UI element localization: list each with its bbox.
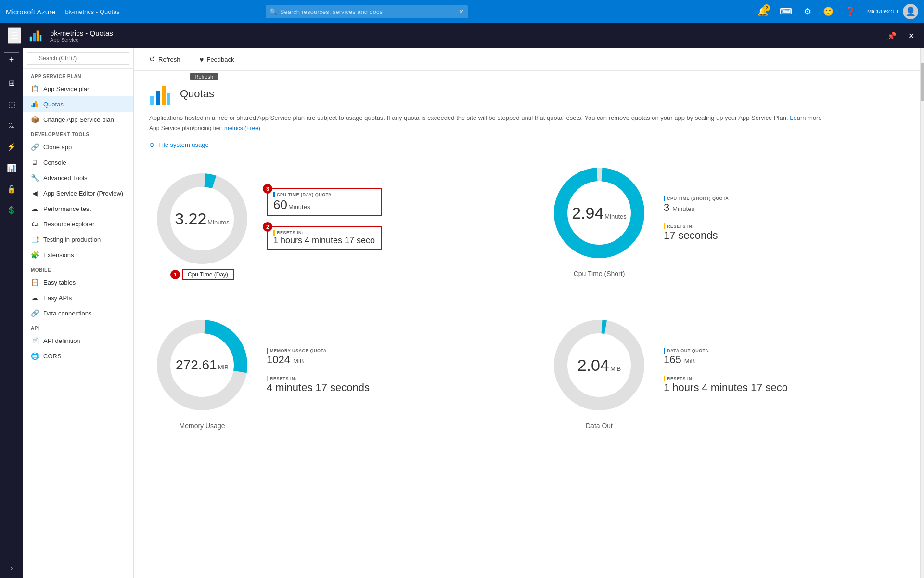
gauge-memory: 272.61 MiB Memory Usage MEMORY	[149, 312, 508, 430]
sidebar-item-easy-tables[interactable]: 📋 Easy tables	[23, 275, 133, 290]
sidebar-item-easy-apis[interactable]: ☁ Easy APIs	[23, 290, 133, 305]
sidebar-section-app-service-plan: APP SERVICE PLAN	[23, 69, 133, 81]
topbar-search-input[interactable]	[266, 5, 468, 18]
svg-rect-1	[33, 33, 36, 42]
sidebar-item-api-definition[interactable]: 📄 API definition	[23, 333, 133, 348]
data-out-name: Data Out	[586, 422, 613, 430]
data-out-info: DATA OUT QUOTA 165 MiB RESETS IN: 1 hour…	[664, 348, 788, 394]
plan-link[interactable]: metrics (Free)	[224, 125, 260, 131]
page-description: Applications hosted in a free or shared …	[149, 113, 905, 123]
cloud-shell-button[interactable]: ⌨	[776, 4, 796, 19]
feedback-icon: ♥	[200, 55, 204, 64]
topbar: Microsoft Azure bk-metrics - Quotas 🔍 ✕ …	[0, 0, 924, 23]
api-definition-icon: 📄	[31, 337, 38, 344]
refresh-button[interactable]: ↺ Refresh	[143, 52, 186, 66]
gauge-cpu-day: 1 Cpu Time (Day) 3.22 Minutes	[149, 160, 508, 277]
extensions-icon: 🧩	[31, 251, 38, 259]
nav-icon-expand[interactable]: ›	[2, 559, 21, 578]
hamburger-button[interactable]: ☰	[8, 27, 21, 44]
gauge-data-out: 2.04 MiB Data Out DATA OUT QUOT	[546, 312, 905, 430]
cpu-day-unit: Minutes	[207, 218, 230, 225]
quota-blue-bar	[273, 192, 275, 197]
data-out-value: 2.04	[578, 355, 609, 374]
page-plan-info: App Service plan/pricing tier: metrics (…	[149, 125, 905, 131]
svg-rect-8	[150, 96, 154, 105]
change-plan-icon: 📦	[31, 116, 38, 123]
svg-rect-9	[156, 91, 160, 105]
sidebar-item-quotas[interactable]: Quotas	[23, 96, 133, 112]
sidebar-item-app-service-editor[interactable]: ◀ App Service Editor (Preview)	[23, 185, 133, 201]
feedback-button[interactable]: 🙂	[819, 4, 837, 19]
content-inner: Quotas Applications hosted in a free or …	[134, 71, 920, 578]
topbar-search-clear-icon[interactable]: ✕	[459, 8, 464, 15]
gauge-cpu-short: 2.94 Minutes Cpu Time (Short) C	[546, 160, 905, 277]
svg-rect-11	[167, 93, 170, 105]
sidebar-section-mobile: MOBILE	[23, 263, 133, 275]
cpu-short-name: Cpu Time (Short)	[574, 270, 625, 277]
svg-rect-2	[37, 31, 39, 42]
cpu-short-resets-row: RESETS IN: 17 seconds	[664, 223, 729, 242]
sidebar-item-performance-test[interactable]: ☁ Performance test	[23, 201, 133, 216]
nav-icon-all-resources[interactable]: ⬚	[2, 94, 21, 114]
app-title-wrap: bk-metrics - Quotas App Service	[50, 29, 113, 43]
sidebar-search-input[interactable]	[27, 52, 129, 65]
svg-rect-6	[35, 101, 37, 107]
sidebar-search-wrap: 🔍	[23, 48, 133, 69]
new-resource-button[interactable]: +	[4, 52, 19, 67]
sidebar-item-change-plan[interactable]: 📦 Change App Service plan	[23, 112, 133, 127]
data-out-quota-row: DATA OUT QUOTA 165 MiB	[664, 348, 788, 366]
scrollbar-thumb[interactable]	[921, 63, 924, 101]
sidebar-item-resource-explorer[interactable]: 🗂 Resource explorer	[23, 216, 133, 232]
scrollbar[interactable]	[920, 48, 924, 578]
close-icon[interactable]: ✕	[906, 29, 916, 42]
sidebar-item-app-service-plan[interactable]: 📋 App Service plan	[23, 81, 133, 96]
sidebar: 🔍 APP SERVICE PLAN 📋 App Service plan Qu…	[23, 48, 134, 578]
refresh-icon: ↺	[149, 55, 155, 64]
clone-app-icon: 🔗	[31, 143, 38, 151]
data-out-unit: MiB	[610, 365, 621, 372]
advanced-tools-icon: 🔧	[31, 174, 38, 182]
pin-icon[interactable]: 📌	[885, 29, 898, 42]
nav-icon-cost[interactable]: 💲	[2, 200, 21, 220]
main-layout: + ⊞ ⬚ 🗂 ⚡ 📊 🔒 💲 › 🔍 APP SERVICE PLAN 📋 A…	[0, 48, 924, 578]
sidebar-item-cors[interactable]: 🌐 CORS	[23, 348, 133, 364]
cpu-day-value: 3.22	[175, 209, 206, 228]
sidebar-item-advanced-tools[interactable]: 🔧 Advanced Tools	[23, 170, 133, 185]
cpu-day-badge-1: 1	[170, 270, 180, 279]
resets-yellow-bar	[273, 230, 275, 236]
data-out-center: 2.04 MiB	[578, 355, 621, 374]
sidebar-section-api: API	[23, 321, 133, 333]
notifications-button[interactable]: 🔔 2	[754, 4, 772, 19]
nav-icon-security[interactable]: 🔒	[2, 179, 21, 198]
sidebar-section-dev-tools: DEVELOPMENT TOOLS	[23, 127, 133, 139]
sidebar-item-clone-app[interactable]: 🔗 Clone app	[23, 139, 133, 155]
sidebar-item-data-connections[interactable]: 🔗 Data connections	[23, 305, 133, 321]
topbar-resource-title: bk-metrics - Quotas	[65, 8, 119, 15]
nav-icon-marketplace[interactable]: ⚡	[2, 137, 21, 156]
feedback-button-toolbar[interactable]: ♥ Feedback	[194, 53, 240, 66]
cpu-day-center: 3.22 Minutes	[175, 209, 230, 228]
settings-button[interactable]: ⚙	[800, 4, 815, 19]
sidebar-item-testing-production[interactable]: 📑 Testing in production	[23, 232, 133, 247]
app-subtitle: App Service	[50, 37, 113, 43]
learn-more-link[interactable]: Learn more	[790, 114, 821, 121]
sidebar-item-console[interactable]: 🖥 Console	[23, 155, 133, 170]
file-system-link[interactable]: ⊙ File system usage	[149, 141, 905, 148]
nav-icon-dashboard[interactable]: ⊞	[2, 73, 21, 92]
nav-icon-monitor[interactable]: 📊	[2, 158, 21, 177]
user-avatar[interactable]: 👤	[903, 4, 918, 19]
cpu-short-center: 2.94 Minutes	[572, 203, 627, 222]
memory-name: Memory Usage	[180, 422, 225, 430]
sidebar-item-extensions[interactable]: 🧩 Extensions	[23, 247, 133, 263]
secondbar: ☰ bk-metrics - Quotas App Service 📌 ✕	[0, 23, 924, 48]
cors-icon: 🌐	[31, 352, 38, 360]
cpu-day-info: 3 CPU TIME (DAY) QUOTA 60Minutes 2	[267, 188, 382, 250]
help-button[interactable]: ❓	[841, 4, 860, 19]
notification-badge: 2	[763, 4, 770, 11]
svg-rect-10	[162, 86, 166, 105]
nav-icon-resource-groups[interactable]: 🗂	[2, 116, 21, 135]
topbar-search-icon: 🔍	[270, 8, 277, 15]
gauges-grid: 1 Cpu Time (Day) 3.22 Minutes	[149, 160, 905, 430]
easy-apis-icon: ☁	[31, 294, 38, 302]
cpu-day-quota-box: 3 CPU TIME (DAY) QUOTA 60Minutes	[267, 188, 382, 216]
